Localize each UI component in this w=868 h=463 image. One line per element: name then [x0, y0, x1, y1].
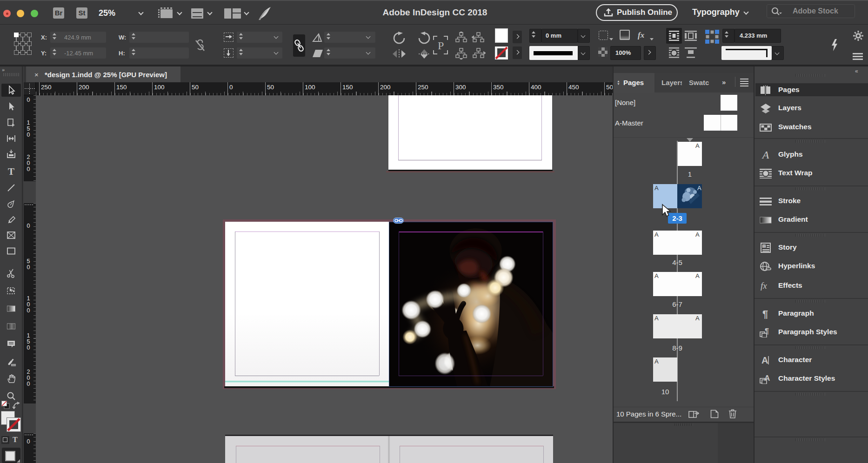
svg-text:fx: fx [761, 281, 767, 291]
svg-text:¶: ¶ [762, 309, 768, 319]
svg-text:¶: ¶ [765, 327, 769, 335]
svg-text:A: A [697, 185, 701, 192]
svg-text:T: T [8, 166, 14, 177]
svg-text:A: A [761, 355, 768, 365]
svg-text:T: T [763, 245, 765, 249]
svg-text:A: A [764, 374, 770, 383]
svg-text:P: P [438, 40, 444, 52]
svg-text:A: A [761, 150, 769, 160]
